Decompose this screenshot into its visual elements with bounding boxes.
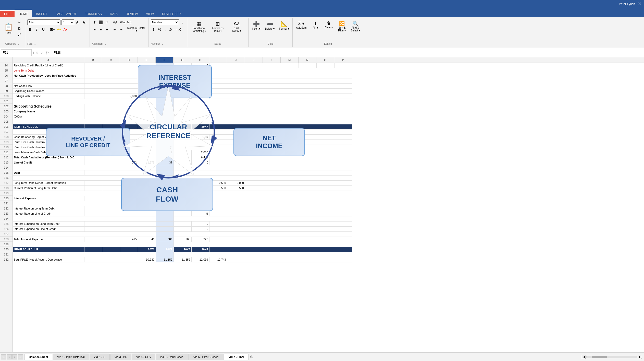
align-top-button[interactable]: ⬆ bbox=[92, 19, 97, 25]
cell-a125[interactable]: Interest Expense on Long Term Debt bbox=[13, 221, 84, 226]
formula-cancel-btn[interactable]: ✕ bbox=[35, 51, 39, 55]
cell-f129[interactable] bbox=[156, 242, 174, 247]
cell-d95[interactable] bbox=[120, 68, 138, 73]
col-header-o[interactable]: O bbox=[316, 57, 334, 63]
sheet-tab-vid5[interactable]: Vid 5 - Debt Sched. bbox=[156, 354, 189, 360]
cell-a110[interactable]: Plus: Free Cash Flow fro... bbox=[13, 145, 84, 150]
cell-f123[interactable] bbox=[156, 211, 174, 216]
formula-accept-btn[interactable]: ✓ bbox=[41, 51, 44, 55]
cell-f97[interactable] bbox=[156, 78, 174, 83]
cell-c113[interactable] bbox=[102, 160, 120, 165]
autosum-button[interactable]: Σ ▾ AutoSum bbox=[294, 19, 308, 37]
cell-p94[interactable] bbox=[334, 63, 352, 68]
tab-formulas[interactable]: FORMULAS bbox=[81, 10, 106, 17]
tab-view[interactable]: VIEW bbox=[142, 10, 158, 17]
align-bottom-button[interactable]: ⬇ bbox=[104, 19, 110, 25]
cell-e95[interactable] bbox=[138, 68, 156, 73]
format-painter-button[interactable]: 🖌 bbox=[15, 32, 23, 38]
conditional-formatting-button[interactable]: ▦ ConditionalFormatting ▾ bbox=[190, 19, 208, 37]
scroll-right-btn[interactable]: ▶ bbox=[638, 355, 642, 359]
cell-a99[interactable]: Beginning Cash Balance bbox=[13, 88, 84, 94]
cell-g100[interactable]: 6,501 bbox=[174, 94, 191, 99]
increase-decimal-button[interactable]: .0→ bbox=[169, 27, 175, 32]
cell-b94[interactable] bbox=[84, 63, 102, 68]
col-header-l[interactable]: L bbox=[263, 57, 281, 63]
align-center-button[interactable]: ≡ bbox=[98, 27, 104, 32]
find-select-button[interactable]: 🔍 Find &Select ▾ bbox=[349, 19, 362, 37]
align-middle-button[interactable]: ⬛ bbox=[98, 19, 104, 25]
cell-d96[interactable] bbox=[120, 73, 138, 78]
col-header-n[interactable]: N bbox=[299, 57, 316, 63]
sheet-tab-vid6[interactable]: Vid 6 - PP&E Sched. bbox=[189, 354, 224, 360]
percent-button[interactable]: % bbox=[157, 27, 163, 32]
col-header-g[interactable]: G bbox=[174, 57, 191, 63]
cell-b118[interactable] bbox=[84, 185, 102, 191]
cell-g96[interactable] bbox=[174, 73, 191, 78]
cell-a103[interactable]: Company Name bbox=[13, 109, 84, 114]
cell-b130[interactable] bbox=[84, 247, 102, 252]
cell-a126[interactable]: Interest Expense on Line of Credit bbox=[13, 226, 84, 231]
comma-button[interactable]: , bbox=[163, 27, 169, 32]
cell-f125[interactable] bbox=[156, 221, 174, 226]
cell-a128[interactable]: Total Interest Expense bbox=[13, 237, 84, 242]
cell-g106[interactable] bbox=[174, 124, 191, 129]
cell-i118[interactable]: 500 bbox=[209, 185, 227, 191]
cell-k94[interactable] bbox=[245, 63, 263, 68]
cell-g117[interactable]: 3,500 bbox=[174, 180, 191, 185]
col-header-b[interactable]: B bbox=[84, 57, 102, 63]
sheet-tab-vid2[interactable]: Vid 2 - IS bbox=[90, 354, 110, 360]
format-table-button[interactable]: ⊞ Format asTable ▾ bbox=[209, 19, 227, 37]
cell-a118[interactable]: Current Portion of Long Term Debt bbox=[13, 185, 84, 191]
cell-f116[interactable] bbox=[156, 175, 174, 180]
formula-function-btn[interactable]: ƒx bbox=[46, 51, 49, 55]
cell-h98[interactable]: 7 bbox=[191, 83, 209, 88]
col-header-i[interactable]: I bbox=[209, 57, 227, 63]
cell-f124[interactable] bbox=[156, 216, 174, 221]
cell-b100[interactable] bbox=[84, 94, 102, 99]
wrap-text-button[interactable]: Wrap Text bbox=[118, 19, 133, 25]
cell-c128[interactable] bbox=[102, 237, 120, 242]
close-btn[interactable]: ✕ bbox=[638, 1, 641, 7]
sheet-tab-vid4[interactable]: Vid 4 - CFS bbox=[132, 354, 155, 360]
cell-d118[interactable]: 500 bbox=[120, 185, 138, 191]
clear-button[interactable]: 🗑 Clear ▾ bbox=[323, 19, 335, 37]
cell-a95[interactable]: Long Term Debt bbox=[13, 68, 84, 73]
tab-page-layout[interactable]: PAGE LAYOUT bbox=[51, 10, 81, 17]
cell-f126[interactable] bbox=[156, 226, 174, 231]
tab-data[interactable]: DATA bbox=[106, 10, 122, 17]
align-right-button[interactable]: ≡ bbox=[104, 27, 110, 32]
cell-e96[interactable] bbox=[138, 73, 156, 78]
cell-e130[interactable]: 20X1 bbox=[138, 247, 156, 252]
cell-h132[interactable]: 12,099 bbox=[191, 257, 209, 262]
cell-f100[interactable]: 4,816 bbox=[156, 94, 174, 99]
cell-a102[interactable]: Supporting Schedules bbox=[13, 104, 84, 109]
cell-c96[interactable] bbox=[102, 73, 120, 78]
cell-i95[interactable] bbox=[209, 68, 227, 73]
cell-styles-button[interactable]: Aa CellStyles ▾ bbox=[228, 19, 246, 37]
cell-f104[interactable] bbox=[156, 114, 174, 119]
fill-button[interactable]: ⬇ Fill ▾ bbox=[309, 19, 321, 37]
cell-c132[interactable] bbox=[102, 257, 120, 262]
cell-h130[interactable]: 20X4 bbox=[191, 247, 209, 252]
cell-j117[interactable]: 2,000 bbox=[227, 180, 245, 185]
cell-h108[interactable]: 6,50 bbox=[191, 134, 209, 139]
cell-f96[interactable] bbox=[156, 73, 174, 78]
cell-e106[interactable]: 20X1 bbox=[138, 124, 156, 129]
cell-c106[interactable] bbox=[102, 124, 120, 129]
cell-a97[interactable] bbox=[13, 78, 84, 83]
cell-c117[interactable] bbox=[102, 180, 120, 185]
cell-c94[interactable] bbox=[102, 63, 120, 68]
cell-c95[interactable] bbox=[102, 68, 120, 73]
cell-f131[interactable] bbox=[156, 252, 174, 257]
cell-b106[interactable] bbox=[84, 124, 102, 129]
delete-button[interactable]: ➖ Delete ▾ bbox=[263, 19, 276, 37]
insert-button[interactable]: ➕ Insert ▾ bbox=[250, 19, 262, 37]
cell-l94[interactable] bbox=[263, 63, 281, 68]
cell-n94[interactable] bbox=[299, 63, 316, 68]
cell-f101[interactable] bbox=[156, 99, 174, 104]
cell-f115[interactable] bbox=[156, 170, 174, 175]
cell-g118[interactable]: 500 bbox=[174, 185, 191, 191]
cell-g94[interactable] bbox=[174, 63, 191, 68]
cell-d113[interactable]: 792 bbox=[120, 160, 138, 165]
sheet-tab-vid3[interactable]: Vid 3 - BS bbox=[110, 354, 131, 360]
